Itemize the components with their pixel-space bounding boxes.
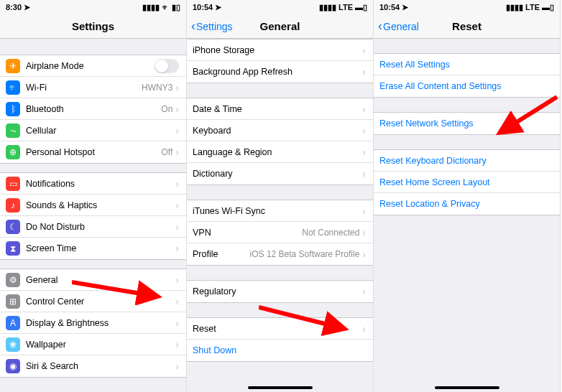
chevron-right-icon: › <box>175 360 179 372</box>
chevron-left-icon: ‹ <box>191 19 195 34</box>
chevron-right-icon: › <box>362 227 366 238</box>
row-regulatory[interactable]: Regulatory› <box>187 281 373 302</box>
wi-fi-icon: ᯤ <box>6 80 20 95</box>
row-shut-down[interactable]: Shut Down <box>187 340 373 361</box>
label: VPN <box>193 228 302 238</box>
do-not-disturb-icon: ☾ <box>6 220 20 234</box>
screen-time-icon: ⧗ <box>6 241 20 256</box>
reset-screen: 10:54➤ ▮▮▮▮LTE▬▯ ‹General Reset Reset Al… <box>374 0 561 392</box>
chevron-right-icon: › <box>175 296 179 307</box>
row-dictionary[interactable]: Dictionary› <box>187 163 373 185</box>
chevron-right-icon: › <box>175 339 179 350</box>
row-reset-home-screen-layout[interactable]: Reset Home Screen Layout <box>374 172 560 193</box>
row-screen-time[interactable]: ⧗Screen Time› <box>0 238 186 259</box>
location-icon: ➤ <box>402 3 408 12</box>
row-wi-fi[interactable]: ᯤWi-FiHWNY3› <box>0 77 186 98</box>
row-bluetooth[interactable]: ᛒBluetoothOn› <box>0 98 186 120</box>
row-wallpaper[interactable]: ❀Wallpaper› <box>0 334 186 355</box>
label: Keyboard <box>193 126 362 136</box>
label: Wi-Fi <box>26 83 142 93</box>
settings-list[interactable]: ✈Airplane ModeᯤWi-FiHWNY3›ᛒBluetoothOn›⏦… <box>0 39 186 392</box>
row-reset-location-privacy[interactable]: Reset Location & Privacy <box>374 193 560 215</box>
chevron-right-icon: › <box>362 146 366 158</box>
location-icon: ➤ <box>215 3 221 12</box>
home-indicator[interactable] <box>435 386 499 389</box>
row-background-app-refresh[interactable]: Background App Refresh› <box>187 61 373 83</box>
battery-icon: ▮▯ <box>172 3 180 12</box>
row-language-region[interactable]: Language & Region› <box>187 141 373 163</box>
row-reset-network-settings[interactable]: Reset Network Settings <box>374 113 560 134</box>
chevron-right-icon: › <box>362 286 366 297</box>
chevron-right-icon: › <box>362 66 366 78</box>
network-label: LTE <box>525 3 540 11</box>
chevron-left-icon: ‹ <box>378 19 382 34</box>
row-cellular[interactable]: ⏦Cellular› <box>0 120 186 141</box>
row-control-center[interactable]: ⊞Control Center› <box>0 291 186 312</box>
row-airplane-mode[interactable]: ✈Airplane Mode <box>0 55 186 77</box>
row-reset-all-settings[interactable]: Reset All Settings <box>374 54 560 75</box>
row-keyboard[interactable]: Keyboard› <box>187 120 373 141</box>
row-erase-all-content-and-settings[interactable]: Erase All Content and Settings <box>374 75 560 97</box>
nav-bar: ‹General Reset <box>374 14 560 39</box>
row-profile[interactable]: ProfileiOS 12 Beta Software Profile› <box>187 243 373 265</box>
chevron-right-icon: › <box>362 103 366 115</box>
row-do-not-disturb[interactable]: ☾Do Not Disturb› <box>0 216 186 238</box>
chevron-right-icon: › <box>362 323 366 335</box>
label: Regulatory <box>193 286 362 297</box>
label: Reset All Settings <box>379 60 553 70</box>
settings-screen: 8:30➤ ▮▮▮▮ᯤ▮▯ Settings ✈Airplane ModeᯤWi… <box>0 0 187 392</box>
row-iphone-storage[interactable]: iPhone Storage› <box>187 39 373 61</box>
nav-bar: ‹Settings General <box>187 14 373 39</box>
cellular-icon: ⏦ <box>6 123 20 138</box>
toggle[interactable] <box>155 59 179 73</box>
home-indicator[interactable] <box>248 386 313 389</box>
general-screen: 10:54➤ ▮▮▮▮LTE▬▯ ‹Settings General iPhon… <box>187 0 374 392</box>
row-reset[interactable]: Reset› <box>187 318 373 340</box>
battery-icon: ▬▯ <box>542 3 554 12</box>
back-label: General <box>383 21 419 32</box>
status-time: 10:54 <box>379 3 400 11</box>
chevron-right-icon: › <box>175 274 179 286</box>
status-bar: 10:54➤ ▮▮▮▮LTE▬▯ <box>187 0 373 14</box>
label: Reset Location & Privacy <box>379 199 553 209</box>
label: Cellular <box>26 126 175 136</box>
row-reset-keyboard-dictionary[interactable]: Reset Keyboard Dictionary <box>374 150 560 172</box>
status-time: 8:30 <box>6 3 22 11</box>
back-button[interactable]: ‹Settings <box>187 19 233 34</box>
row-notifications[interactable]: ▭Notifications› <box>0 173 186 195</box>
row-personal-hotspot[interactable]: ⊕Personal HotspotOff› <box>0 141 186 163</box>
label: Bluetooth <box>26 104 161 114</box>
chevron-right-icon: › <box>175 103 179 115</box>
label: Date & Time <box>193 104 362 114</box>
chevron-right-icon: › <box>175 178 179 190</box>
value: Off <box>162 147 173 157</box>
location-icon: ➤ <box>24 3 30 12</box>
label: Sounds & Haptics <box>26 200 175 210</box>
chevron-right-icon: › <box>175 317 179 329</box>
label: Dictionary <box>193 169 362 179</box>
label: Language & Region <box>193 147 362 157</box>
label: Do Not Disturb <box>26 222 175 232</box>
back-button[interactable]: ‹General <box>374 19 419 34</box>
status-time: 10:54 <box>193 3 213 11</box>
airplane-mode-icon: ✈ <box>6 59 20 73</box>
row-vpn[interactable]: VPNNot Connected› <box>187 222 373 243</box>
chevron-right-icon: › <box>362 205 366 217</box>
row-display-brightness[interactable]: ADisplay & Brightness› <box>0 312 186 334</box>
reset-list[interactable]: Reset All SettingsErase All Content and … <box>374 39 560 392</box>
wallpaper-icon: ❀ <box>6 337 20 352</box>
sounds-haptics-icon: ♪ <box>6 198 20 213</box>
row-general[interactable]: ⚙General› <box>0 269 186 291</box>
general-list[interactable]: iPhone Storage›Background App Refresh› D… <box>187 39 373 392</box>
label: Screen Time <box>26 243 175 253</box>
row-date-time[interactable]: Date & Time› <box>187 98 373 120</box>
label: Erase All Content and Settings <box>379 81 553 91</box>
back-label: Settings <box>196 21 233 32</box>
wifi-icon: ᯤ <box>162 3 170 11</box>
label: Profile <box>193 249 250 259</box>
battery-icon: ▬▯ <box>355 3 367 12</box>
row-sounds-haptics[interactable]: ♪Sounds & Haptics› <box>0 195 186 216</box>
row-siri-search[interactable]: ◉Siri & Search› <box>0 355 186 377</box>
chevron-right-icon: › <box>175 243 179 254</box>
row-itunes-wi-fi-sync[interactable]: iTunes Wi-Fi Sync› <box>187 200 373 222</box>
